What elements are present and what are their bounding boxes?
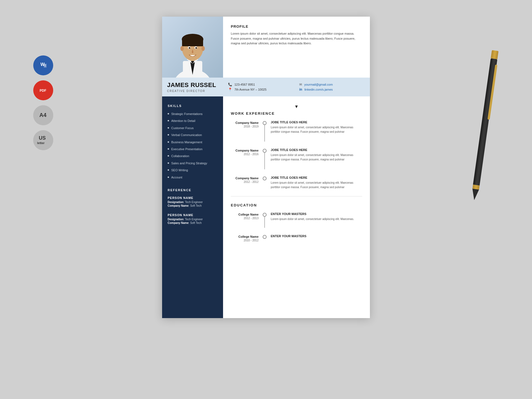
reference-section: PERSON NAME Designation: Tech Engineer C… xyxy=(168,196,218,224)
contact-phone: 📞 123-4567 8951 xyxy=(228,83,294,86)
phone-value: 123-4567 8951 xyxy=(234,83,255,86)
skill-bullet xyxy=(168,134,169,135)
work-experience-timeline: Company Name 2018 - 2019 JOBE TITLE GOES… xyxy=(231,121,362,190)
ref-company: Company Name: Soft Tech xyxy=(168,221,218,224)
education-timeline-item: College Name 2010 - 2012 ENTER YOUR MAST… xyxy=(231,234,362,242)
timeline-connector xyxy=(261,176,268,190)
company-name: Company Name xyxy=(231,149,259,152)
work-timeline-item: Company Name 2012 - 2016 JOBE TITLE GOES… xyxy=(231,148,362,169)
svg-text:A4: A4 xyxy=(39,112,47,118)
skill-label: Account xyxy=(171,175,182,180)
education-timeline: College Name 2012 - 2013 ENTER YOUR MAST… xyxy=(231,212,362,242)
work-dates: 2018 - 2019 xyxy=(231,125,259,128)
work-timeline-item: Company Name 2012 - 2012 JOBE TITLE GOES… xyxy=(231,176,362,190)
timeline-left: Company Name 2012 - 2012 xyxy=(231,176,261,190)
skill-item: Account xyxy=(168,175,218,180)
header-profile-info: PROFILE Lorem ipsum dolor sit amet, cons… xyxy=(223,17,370,78)
skill-bullet xyxy=(168,127,169,129)
timeline-right: ENTER YOUR MASTERS xyxy=(268,234,362,242)
degree-title: ENTER YOUR MASTERS xyxy=(271,234,362,238)
education-timeline-item: College Name 2012 - 2013 ENTER YOUR MAST… xyxy=(231,212,362,228)
profile-title: PROFILE xyxy=(231,24,362,29)
person-job-title: CREATIVE DIRECTOR xyxy=(167,89,218,93)
skill-label: Customer Focus xyxy=(171,126,194,130)
name-bar: JAMES RUSSEL CREATIVE DIRECTOR 📞 123-456… xyxy=(162,78,370,96)
edu-dates: 2010 - 2012 xyxy=(231,239,259,242)
timeline-dot xyxy=(263,121,267,125)
skill-label: SEO Writing xyxy=(171,168,188,172)
skill-label: Verbal Communication xyxy=(171,133,202,137)
skill-item: Attention to Detail xyxy=(168,119,218,123)
address-value: 7th Avenue NY – 10025 xyxy=(234,88,267,91)
timeline-connector xyxy=(261,234,268,242)
work-dates: 2012 - 2016 xyxy=(231,153,259,156)
degree-description: Lorem ipsum dolor sit amet, consectetuer… xyxy=(271,217,362,221)
side-icons-panel: W PDF A4 US letter xyxy=(33,55,53,150)
timeline-connector xyxy=(261,121,268,142)
skills-title: SKILLS xyxy=(168,104,218,108)
ref-name: PERSON NAME xyxy=(168,196,218,200)
sidebar: SKILLS Strategic FomentationsAttention t… xyxy=(162,96,223,318)
timeline-right: ENTER YOUR MASTERS Lorem ipsum dolor sit… xyxy=(268,212,362,228)
person-name: JAMES RUSSEL xyxy=(167,81,218,89)
svg-rect-22 xyxy=(182,39,203,46)
skill-bullet xyxy=(168,155,169,157)
ref-designation: Designation: Tech Engineer xyxy=(168,218,218,221)
skill-bullet xyxy=(168,169,169,171)
email-link[interactable]: yourmail@gmail.com xyxy=(304,83,333,86)
skill-label: Business Management xyxy=(171,140,202,144)
timeline-left: Company Name 2018 - 2019 xyxy=(231,121,261,142)
timeline-line xyxy=(264,125,265,142)
reference-item: PERSON NAME Designation: Tech Engineer C… xyxy=(168,196,218,207)
profile-photo xyxy=(162,17,223,78)
ref-designation: Designation: Tech Engineer xyxy=(168,201,218,204)
ref-name: PERSON NAME xyxy=(168,213,218,217)
timeline-left: College Name 2010 - 2012 xyxy=(231,234,261,242)
pdf-icon[interactable]: PDF xyxy=(33,80,53,100)
reference-item: PERSON NAME Designation: Tech Engineer C… xyxy=(168,213,218,224)
pen-decoration xyxy=(471,50,499,194)
skill-label: Attention to Detail xyxy=(171,119,195,123)
timeline-left: Company Name 2012 - 2016 xyxy=(231,148,261,169)
skill-bullet xyxy=(168,148,169,150)
resume-body: SKILLS Strategic FomentationsAttention t… xyxy=(162,96,370,318)
job-description: Lorem ipsum dolor sit amet, consectetuer… xyxy=(271,181,362,190)
timeline-dot xyxy=(263,149,267,153)
timeline-connector xyxy=(261,148,268,169)
skills-list: Strategic FomentationsAttention to Detai… xyxy=(168,112,218,180)
skill-bullet xyxy=(168,120,169,121)
job-title: JOBE TITLE GOES HERE xyxy=(271,176,362,179)
skill-item: Executive Presentation xyxy=(168,147,218,151)
skill-bullet xyxy=(168,162,169,164)
work-dates: 2012 - 2012 xyxy=(231,180,259,183)
job-title: JOBE TITLE GOES HERE xyxy=(271,121,362,124)
skill-label: Collaboration xyxy=(171,154,189,158)
work-experience-title: WORK EXPERIENCE xyxy=(231,111,362,116)
skill-bullet xyxy=(168,141,169,143)
timeline-connector xyxy=(261,212,268,228)
timeline-line xyxy=(264,153,265,169)
word-icon[interactable]: W xyxy=(33,55,53,75)
section-divider xyxy=(231,196,362,196)
timeline-dot xyxy=(263,213,267,217)
contact-section: 📞 123-4567 8951 ✉ yourmail@gmail.com 📍 7… xyxy=(223,79,370,95)
job-description: Lorem ipsum dolor sit amet, consectetuer… xyxy=(271,125,362,134)
skill-item: Business Management xyxy=(168,140,218,144)
svg-point-28 xyxy=(195,47,197,49)
timeline-right: JOBE TITLE GOES HERE Lorem ipsum dolor s… xyxy=(268,176,362,190)
job-title: JOBE TITLE GOES HERE xyxy=(271,148,362,152)
skill-label: Executive Presentation xyxy=(171,147,203,151)
contact-linkedin: in linkedin.com/s.james xyxy=(299,88,365,91)
location-icon: 📍 xyxy=(228,88,232,91)
main-content: ▼ WORK EXPERIENCE Company Name 2018 - 20… xyxy=(223,96,370,318)
location-pin-icon: ▼ xyxy=(231,104,362,109)
contact-address: 📍 7th Avenue NY – 10025 xyxy=(228,88,294,91)
us-letter-icon[interactable]: US letter xyxy=(33,130,53,150)
resume-card: PROFILE Lorem ipsum dolor sit amet, cons… xyxy=(162,17,370,318)
timeline-line xyxy=(264,217,265,228)
linkedin-link[interactable]: linkedin.com/s.james xyxy=(305,88,333,91)
skill-item: Sales and Pricing Strategy xyxy=(168,161,218,165)
svg-text:US: US xyxy=(39,135,46,141)
a4-icon[interactable]: A4 xyxy=(33,105,53,125)
timeline-dot xyxy=(263,235,267,239)
